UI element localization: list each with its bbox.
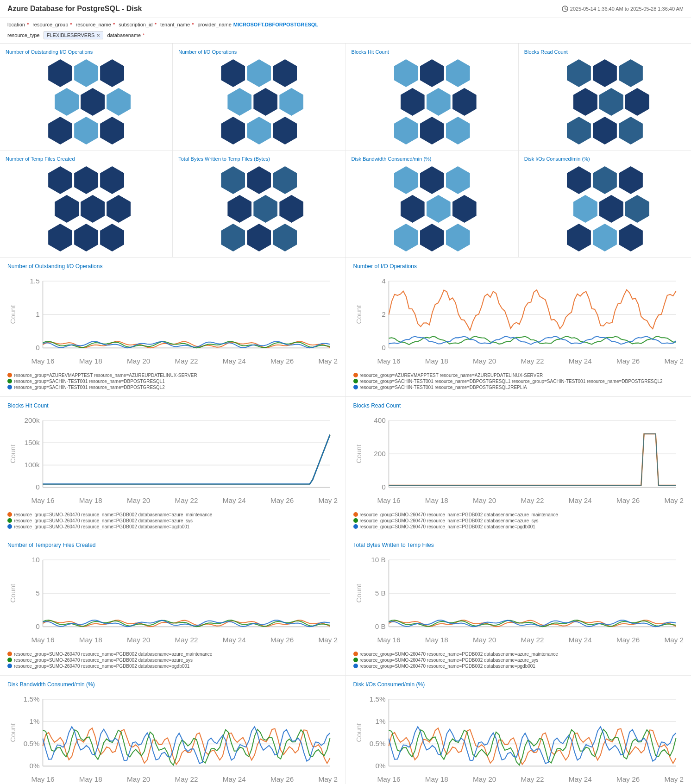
- legend-item: resource_group=SACHIN-TEST001 resource_n…: [7, 385, 338, 390]
- svg-text:May 26: May 26: [270, 496, 294, 504]
- svg-text:Count: Count: [9, 305, 17, 324]
- svg-text:May 28: May 28: [664, 775, 684, 783]
- svg-text:May 24: May 24: [223, 636, 246, 644]
- legend-text: resource_group=AZUREVMAPPTEST resource_n…: [360, 373, 543, 378]
- panel-title: Blocks Read Count: [524, 49, 685, 55]
- charts-grid: Number of Outstanding I/O Operations1.51…: [0, 257, 691, 784]
- legend-dot: [353, 385, 358, 389]
- hex-cell: [452, 195, 477, 223]
- panel-title: Total Bytes Written to Temp Files (Bytes…: [178, 156, 339, 162]
- chart-svg: 420May 16May 18May 20May 22May 24May 26M…: [353, 273, 684, 368]
- chart-title: Number of I/O Operations: [353, 263, 684, 270]
- hex-cell: [394, 59, 418, 87]
- svg-text:0%: 0%: [375, 762, 385, 770]
- hex-cell: [247, 224, 271, 251]
- hex-cell: [100, 166, 124, 194]
- filter-tenant-name[interactable]: tenant_name *: [160, 22, 194, 27]
- svg-text:May 26: May 26: [616, 636, 640, 644]
- legend-dot: [7, 385, 12, 389]
- svg-text:May 22: May 22: [521, 636, 544, 644]
- svg-text:1.5: 1.5: [30, 277, 39, 285]
- hex-cell: [420, 117, 444, 144]
- legend-item: resource_group=SUMO-260470 resource_name…: [353, 524, 684, 529]
- svg-text:Count: Count: [9, 583, 17, 602]
- legend-text: resource_group=SUMO-260470 resource_name…: [360, 664, 535, 669]
- svg-text:May 26: May 26: [616, 775, 640, 783]
- svg-text:May 18: May 18: [425, 636, 448, 644]
- legend-text: resource_group=SUMO-260470 resource_name…: [360, 512, 558, 517]
- svg-text:Count: Count: [355, 444, 363, 463]
- svg-text:May 18: May 18: [425, 775, 448, 783]
- legend-dot: [7, 518, 12, 523]
- svg-text:May 22: May 22: [175, 775, 198, 783]
- filter-resource-group[interactable]: resource_group *: [32, 22, 72, 27]
- chart-legend: resource_group=SUMO-260470 resource_name…: [353, 512, 684, 529]
- filter-provider-name[interactable]: provider_name MICROSOFT.DBFORPOSTGRESQL: [197, 22, 318, 27]
- honeycomb-panel-panel2: Number of I/O Operations: [173, 44, 345, 150]
- legend-text: resource_group=AZUREVMAPPTEST resource_n…: [14, 373, 197, 378]
- legend-item: resource_group=SUMO-260470 resource_name…: [7, 524, 338, 529]
- hex-container: [178, 166, 339, 251]
- hex-cell: [74, 117, 98, 144]
- svg-text:0: 0: [36, 483, 40, 491]
- filter-subscription-id[interactable]: subscription_id *: [119, 22, 157, 27]
- hex-cell: [446, 117, 470, 144]
- filter-resource-type-tag[interactable]: FLEXIBLESERVERS ✕: [44, 31, 104, 39]
- filters-bar: location * resource_group * resource_nam…: [0, 18, 691, 44]
- chart-panel-chart6: Total Bytes Written to Temp Files10 B5 B…: [346, 536, 691, 675]
- hex-container: [6, 59, 167, 144]
- hex-cell: [573, 88, 597, 116]
- hex-cell: [100, 224, 124, 251]
- hex-cell: [279, 195, 303, 223]
- hex-cell: [593, 59, 617, 87]
- svg-text:May 22: May 22: [521, 496, 544, 504]
- hex-container: [352, 59, 513, 144]
- filter-location[interactable]: location *: [7, 22, 29, 27]
- svg-text:150k: 150k: [25, 439, 40, 446]
- hex-row: [567, 166, 643, 194]
- remove-filter-tag[interactable]: ✕: [96, 33, 100, 38]
- legend-dot: [7, 512, 12, 517]
- hex-cell: [420, 166, 444, 194]
- legend-item: resource_group=SUMO-260470 resource_name…: [7, 664, 338, 669]
- svg-text:Count: Count: [355, 305, 363, 324]
- hex-cell: [107, 88, 131, 116]
- legend-item: resource_group=SUMO-260470 resource_name…: [7, 652, 338, 657]
- legend-item: resource_group=SACHIN-TEST001 resource_n…: [7, 379, 338, 384]
- svg-text:May 22: May 22: [175, 357, 198, 365]
- svg-text:May 22: May 22: [175, 496, 198, 504]
- hex-cell: [273, 166, 297, 194]
- hex-row: [401, 88, 477, 116]
- hex-cell: [227, 195, 251, 223]
- svg-text:May 16: May 16: [377, 775, 400, 783]
- hex-cell: [227, 88, 251, 116]
- panel-title: Blocks Hit Count: [352, 49, 513, 55]
- chart-svg: 1050May 16May 18May 20May 22May 24May 26…: [7, 552, 338, 646]
- hex-cell: [221, 224, 245, 251]
- chart-area: 1.5%1%0.5%0%May 16May 18May 20May 22May …: [7, 691, 338, 784]
- svg-text:May 16: May 16: [377, 496, 400, 504]
- chart-legend: resource_group=SUMO-260470 resource_name…: [7, 652, 338, 669]
- filter-databasename[interactable]: databasename *: [107, 32, 144, 38]
- honeycomb-grid: Number of Outstanding I/O OperationsNumb…: [0, 44, 691, 257]
- page-title: Azure Database for PostgreSQL - Disk: [7, 5, 142, 13]
- svg-text:May 24: May 24: [223, 357, 246, 365]
- legend-text: resource_group=SUMO-260470 resource_name…: [14, 652, 212, 657]
- chart-panel-chart1: Number of Outstanding I/O Operations1.51…: [0, 257, 346, 396]
- svg-text:May 18: May 18: [79, 636, 102, 644]
- hex-cell: [420, 59, 444, 87]
- hex-cell: [253, 195, 277, 223]
- hex-cell: [593, 117, 617, 144]
- legend-text: resource_group=SUMO-260470 resource_name…: [360, 652, 558, 657]
- legend-item: resource_group=AZUREVMAPPTEST resource_n…: [353, 373, 684, 378]
- filter-resource-name[interactable]: resource_name *: [76, 22, 115, 27]
- hex-cell: [247, 59, 271, 87]
- svg-text:May 28: May 28: [664, 636, 684, 644]
- hex-cell: [401, 88, 425, 116]
- hex-container: [524, 59, 685, 144]
- svg-text:May 16: May 16: [31, 496, 54, 504]
- svg-text:May 24: May 24: [568, 775, 592, 783]
- legend-dot: [353, 658, 358, 662]
- hex-cell: [427, 195, 451, 223]
- hex-row: [48, 224, 124, 251]
